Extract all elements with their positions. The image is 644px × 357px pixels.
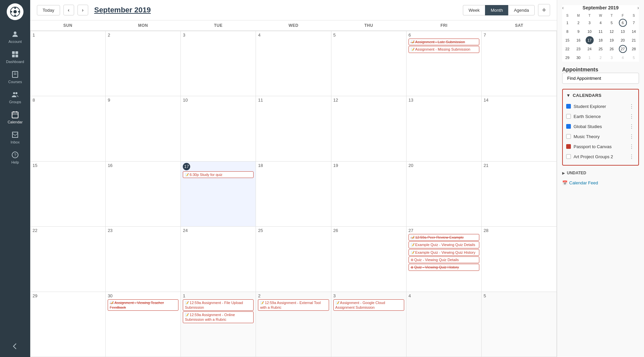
mini-calendar-day[interactable]: 11 xyxy=(597,27,605,36)
mini-calendar-day[interactable]: 24 xyxy=(586,45,594,53)
month-view-button[interactable]: Month xyxy=(485,5,508,15)
mini-calendar-day[interactable]: 1 xyxy=(564,19,572,27)
mini-calendar-day[interactable]: 3 xyxy=(586,19,594,27)
mini-calendar-day[interactable]: 2 xyxy=(597,54,605,62)
calendar-event[interactable]: 📝Example Quiz - Viewing Quiz Details xyxy=(409,241,479,248)
mini-calendar-day[interactable]: 10 xyxy=(586,27,594,36)
mini-calendar-day[interactable]: 9 xyxy=(575,27,583,36)
calendar-cell[interactable]: 3📝Assignment - Google Cloud Assignment S… xyxy=(331,292,407,357)
calendar-event[interactable]: 📝Assignment - Google Cloud Assignment Su… xyxy=(333,299,404,311)
calendar-cell[interactable]: 23 xyxy=(106,227,181,292)
find-appointment-button[interactable]: Find Appointment xyxy=(562,73,639,84)
calendar-cell[interactable]: 1 xyxy=(31,31,106,96)
mini-calendar-day[interactable]: 1 xyxy=(586,54,594,62)
calendar-cell[interactable]: 5 xyxy=(331,31,407,96)
calendar-event[interactable]: 📝6:30p Study for quiz xyxy=(183,171,254,178)
calendar-more-options-button[interactable]: ⋮ xyxy=(628,143,635,150)
calendar-cell[interactable]: 18 xyxy=(256,162,331,227)
calendar-cell[interactable]: 7 xyxy=(482,31,557,96)
calendar-feed-link[interactable]: 📅 Calendar Feed xyxy=(562,180,639,185)
mini-calendar-day[interactable]: 12 xyxy=(608,27,616,36)
mini-calendar-day[interactable]: 5 xyxy=(608,19,616,27)
calendar-cell[interactable]: 4 xyxy=(407,292,482,357)
calendar-more-options-button[interactable]: ⋮ xyxy=(628,133,635,140)
mini-calendar-day[interactable]: 17 xyxy=(586,36,594,44)
mini-calendar-day[interactable]: 13 xyxy=(619,27,627,36)
calendar-cell[interactable]: 2📝12:59a Assignment - External Tool with… xyxy=(256,292,331,357)
calendar-cell[interactable]: 19 xyxy=(331,162,407,227)
calendar-cell[interactable]: 1📝12:59a Assignment - File Upload Submis… xyxy=(181,292,256,357)
week-view-button[interactable]: Week xyxy=(463,5,485,15)
mini-calendar-day[interactable]: 3 xyxy=(608,54,616,62)
calendar-cell[interactable]: 8 xyxy=(31,96,106,161)
mini-prev-button[interactable]: ‹ xyxy=(562,5,564,10)
mini-calendar-day[interactable]: 28 xyxy=(630,45,638,53)
today-button[interactable]: Today xyxy=(37,5,60,15)
calendar-cell[interactable]: 30📝Assignment - Viewing Teacher Feedback xyxy=(106,292,181,357)
mini-calendar-day[interactable]: 20 xyxy=(619,36,627,44)
mini-calendar-day[interactable]: 2 xyxy=(575,19,583,27)
mini-calendar-day[interactable]: 18 xyxy=(597,36,605,44)
calendar-more-options-button[interactable]: ⋮ xyxy=(628,103,635,110)
calendar-checkbox[interactable] xyxy=(566,114,571,119)
mini-calendar-day[interactable]: 15 xyxy=(564,36,572,44)
calendar-cell[interactable]: 27📝12:59a Peer Review Example📝Example Qu… xyxy=(407,227,482,292)
mini-calendar-day[interactable]: 23 xyxy=(575,45,583,53)
sidebar-item-account[interactable]: Account xyxy=(0,27,30,47)
calendar-cell[interactable]: 11 xyxy=(256,96,331,161)
mini-calendar-day[interactable]: 30 xyxy=(575,54,583,62)
calendar-cell[interactable]: 22 xyxy=(31,227,106,292)
calendar-cell[interactable]: 25 xyxy=(256,227,331,292)
calendar-event[interactable]: 📝Assignment - Late Submission xyxy=(409,39,479,45)
sidebar-item-calendar[interactable]: Calendar xyxy=(0,107,30,127)
mini-calendar-day[interactable]: 29 xyxy=(564,54,572,62)
mini-next-button[interactable]: › xyxy=(637,5,639,10)
calendar-cell[interactable]: 14 xyxy=(482,96,557,161)
calendar-cell[interactable]: 5 xyxy=(482,292,557,357)
calendar-cell[interactable]: 24 xyxy=(181,227,256,292)
add-event-button[interactable]: + xyxy=(538,4,550,16)
calendar-more-options-button[interactable]: ⋮ xyxy=(628,153,635,160)
calendar-event[interactable]: 📝12:59a Peer Review Example xyxy=(409,234,479,241)
mini-calendar-day[interactable]: 16 xyxy=(575,36,583,44)
mini-calendar-day[interactable]: 19 xyxy=(608,36,616,44)
calendar-cell[interactable]: 26 xyxy=(331,227,407,292)
mini-calendar-day[interactable]: 4 xyxy=(597,19,605,27)
calendar-cell[interactable]: 6📝Assignment - Late Submission📝Assignmen… xyxy=(407,31,482,96)
calendar-cell[interactable]: 20 xyxy=(407,162,482,227)
calendar-more-options-button[interactable]: ⋮ xyxy=(628,113,635,120)
mini-calendar-day[interactable]: 14 xyxy=(630,27,638,36)
calendar-cell[interactable]: 2 xyxy=(106,31,181,96)
calendar-cell[interactable]: 13 xyxy=(407,96,482,161)
calendar-cell[interactable]: 29 xyxy=(31,292,106,357)
mini-calendar-day[interactable]: 22 xyxy=(564,45,572,53)
mini-calendar-day[interactable]: 4 xyxy=(619,54,627,62)
agenda-view-button[interactable]: Agenda xyxy=(508,5,535,15)
calendar-cell[interactable]: 16 xyxy=(106,162,181,227)
calendar-checkbox[interactable] xyxy=(566,134,571,139)
mini-calendar-day[interactable]: 8 xyxy=(564,27,572,36)
calendar-checkbox[interactable] xyxy=(566,154,571,159)
calendar-event[interactable]: 📝12:59a Assignment - File Upload Submiss… xyxy=(183,299,254,311)
mini-calendar-day[interactable]: 21 xyxy=(630,36,638,44)
calendar-more-options-button[interactable]: ⋮ xyxy=(628,123,635,130)
mini-calendar-day[interactable]: 7 xyxy=(630,19,638,27)
mini-calendar-day[interactable]: 27 xyxy=(619,45,627,53)
mini-calendar-day[interactable]: 6 xyxy=(619,19,627,27)
calendar-cell[interactable]: 10 xyxy=(181,96,256,161)
calendar-cell[interactable]: 3 xyxy=(181,31,256,96)
calendar-cell[interactable]: 17📝6:30p Study for quiz xyxy=(181,162,256,227)
mini-calendar-day[interactable]: 5 xyxy=(630,54,638,62)
sidebar-item-groups[interactable]: Groups xyxy=(0,87,30,107)
calendar-cell[interactable]: 28 xyxy=(482,227,557,292)
calendar-cell[interactable]: 21 xyxy=(482,162,557,227)
mini-calendar-day[interactable]: 25 xyxy=(597,45,605,53)
calendar-event[interactable]: 📝12:59a Assignment - External Tool with … xyxy=(258,299,329,311)
next-button[interactable]: › xyxy=(77,5,88,15)
mini-calendar-day[interactable]: 26 xyxy=(608,45,616,53)
calendar-event[interactable]: 📝Example Quiz - Viewing Quiz History xyxy=(409,249,479,256)
sidebar-item-help[interactable]: ? Help xyxy=(0,147,30,168)
calendar-cell[interactable]: 15 xyxy=(31,162,106,227)
calendar-event[interactable]: 📝Assignment - Viewing Teacher Feedback xyxy=(108,299,178,311)
calendar-cell[interactable]: 4 xyxy=(256,31,331,96)
